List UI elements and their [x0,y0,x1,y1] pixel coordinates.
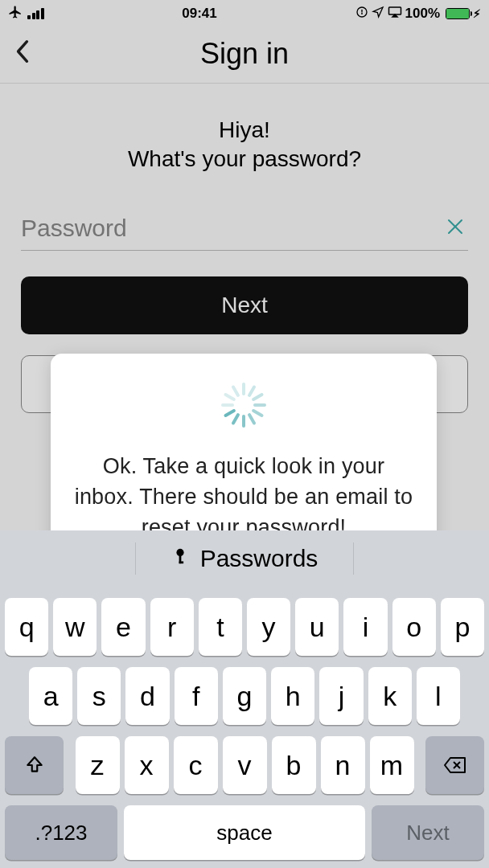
loading-spinner-icon [221,383,266,428]
header: Sign in [0,24,489,84]
back-button[interactable] [14,39,31,68]
clear-input-button[interactable] [446,216,465,242]
key-l[interactable]: l [417,667,460,725]
key-f[interactable]: f [175,667,218,725]
clock: 09:41 [182,6,216,22]
keyboard-next-key[interactable]: Next [372,805,484,860]
modal-message: Ok. Take a quick look in your inbox. The… [73,452,414,542]
key-b[interactable]: b [272,736,316,794]
key-t[interactable]: t [199,598,242,656]
symbols-key[interactable]: .?123 [5,805,117,860]
keyboard: Passwords qwertyuiop asdfghjkl zxcvbnm .… [0,530,489,868]
status-bar: 09:41 100% ⚡︎ [0,0,489,24]
key-r[interactable]: r [150,598,194,656]
key-g[interactable]: g [223,667,266,725]
key-icon [171,545,189,573]
key-x[interactable]: x [125,736,169,794]
page-title: Sign in [200,37,289,71]
battery-percent: 100% [405,6,440,22]
key-d[interactable]: d [125,667,169,725]
signal-icon [27,8,44,19]
key-m[interactable]: m [370,736,414,794]
key-v[interactable]: v [223,736,267,794]
key-z[interactable]: z [76,736,120,794]
key-y[interactable]: y [247,598,290,656]
lock-rotation-icon [355,6,368,23]
location-icon [372,6,384,23]
key-p[interactable]: p [441,598,484,656]
key-q[interactable]: q [5,598,48,656]
key-a[interactable]: a [29,667,72,725]
password-input[interactable] [21,215,468,242]
next-button[interactable]: Next [21,276,468,334]
key-e[interactable]: e [101,598,145,656]
shift-key[interactable] [5,736,64,794]
charging-icon: ⚡︎ [473,7,481,20]
key-h[interactable]: h [271,667,314,725]
key-j[interactable]: j [319,667,363,725]
battery-icon [446,8,470,19]
airplay-icon [388,6,402,23]
greeting-text: Hiya! What's your password? [21,116,468,174]
keyboard-suggestion-bar[interactable]: Passwords [0,530,489,587]
svg-rect-2 [388,7,401,14]
backspace-key[interactable] [425,736,484,794]
key-o[interactable]: o [392,598,436,656]
key-s[interactable]: s [77,667,121,725]
airplane-mode-icon [8,5,23,23]
key-i[interactable]: i [343,598,387,656]
key-k[interactable]: k [368,667,412,725]
svg-point-5 [176,548,183,555]
space-key[interactable]: space [124,805,365,860]
key-w[interactable]: w [53,598,97,656]
key-u[interactable]: u [295,598,339,656]
passwords-suggestion[interactable]: Passwords [200,545,318,572]
key-c[interactable]: c [174,736,218,794]
svg-rect-7 [179,561,183,563]
svg-point-1 [361,13,362,14]
key-n[interactable]: n [321,736,365,794]
